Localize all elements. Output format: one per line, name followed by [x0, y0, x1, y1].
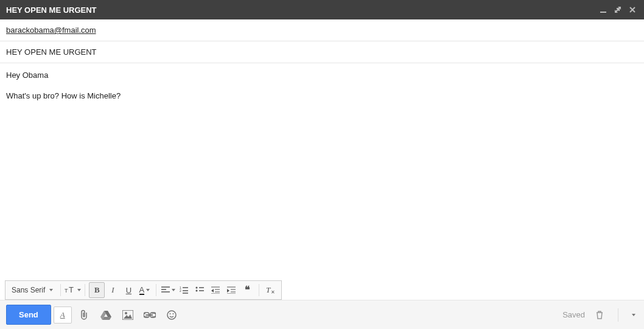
align-button[interactable]	[160, 282, 176, 298]
quote-button[interactable]: ❝	[239, 282, 255, 298]
formatting-toggle-button[interactable]: A	[54, 306, 72, 324]
svg-text:✕: ✕	[271, 289, 275, 294]
compose-title: HEY OPEN ME URGENT	[6, 5, 594, 15]
svg-marker-2	[615, 9, 618, 13]
subject-field[interactable]: HEY OPEN ME URGENT	[0, 41, 644, 63]
more-options-button[interactable]	[627, 305, 638, 325]
chevron-down-icon	[146, 289, 150, 291]
body-line: Hey Obama	[6, 69, 638, 81]
popout-button[interactable]	[612, 4, 623, 15]
svg-point-7	[196, 287, 198, 289]
separator	[85, 284, 85, 296]
svg-text:T: T	[266, 286, 271, 294]
font-family-dropdown[interactable]: Sans Serif	[8, 286, 57, 294]
chevron-down-icon	[49, 289, 53, 291]
numbered-list-button[interactable]: 12	[176, 282, 192, 298]
svg-point-18	[125, 312, 127, 314]
svg-marker-11	[227, 289, 229, 293]
insert-photo-button[interactable]	[118, 305, 138, 325]
separator	[156, 284, 156, 296]
svg-rect-22	[147, 314, 153, 316]
chevron-down-icon	[172, 289, 175, 291]
insert-link-button[interactable]	[140, 305, 159, 325]
close-button[interactable]	[627, 4, 638, 15]
italic-button[interactable]: I	[105, 282, 121, 298]
send-button[interactable]: Send	[6, 305, 51, 325]
separator	[259, 284, 259, 296]
separator	[618, 308, 618, 322]
underline-button[interactable]: U	[121, 282, 136, 298]
svg-point-24	[169, 313, 170, 314]
svg-text:T: T	[69, 286, 74, 294]
bold-button[interactable]: B	[89, 282, 105, 298]
font-size-button[interactable]: TT	[65, 282, 81, 298]
insert-emoji-button[interactable]	[162, 305, 181, 325]
text-color-button[interactable]: A	[136, 282, 152, 298]
compose-titlebar: HEY OPEN ME URGENT	[0, 0, 644, 19]
separator	[60, 284, 61, 296]
indent-less-button[interactable]	[208, 282, 223, 298]
svg-marker-19	[124, 314, 132, 319]
font-family-label: Sans Serif	[12, 286, 45, 294]
svg-rect-0	[600, 12, 606, 13]
compose-bottom-bar: Send A Saved	[0, 300, 644, 329]
svg-point-23	[167, 311, 176, 319]
save-status: Saved	[562, 310, 585, 319]
chevron-down-icon	[632, 314, 635, 316]
svg-point-25	[172, 313, 173, 314]
recipient-chip[interactable]: barackobama@fmail.com	[6, 26, 96, 35]
attach-file-button[interactable]	[74, 305, 94, 325]
body-line: What's up bro? How is Michelle?	[6, 90, 638, 102]
discard-draft-button[interactable]	[590, 305, 609, 325]
indent-more-button[interactable]	[223, 282, 239, 298]
svg-marker-10	[211, 289, 214, 293]
svg-point-8	[196, 290, 198, 292]
bulleted-list-button[interactable]	[192, 282, 208, 298]
svg-text:T: T	[65, 288, 68, 294]
minimize-button[interactable]	[598, 4, 609, 15]
chevron-down-icon	[77, 289, 81, 291]
insert-drive-button[interactable]	[96, 305, 116, 325]
recipients-field[interactable]: barackobama@fmail.com	[0, 19, 644, 41]
remove-formatting-button[interactable]: T✕	[263, 282, 279, 298]
compose-fields: barackobama@fmail.com HEY OPEN ME URGENT	[0, 19, 644, 63]
subject-text: HEY OPEN ME URGENT	[6, 47, 97, 57]
svg-text:2: 2	[180, 289, 181, 293]
compose-body[interactable]: Hey Obama What's up bro? How is Michelle…	[0, 63, 644, 258]
formatting-toolbar: Sans Serif TT B I U A 12	[5, 280, 282, 300]
